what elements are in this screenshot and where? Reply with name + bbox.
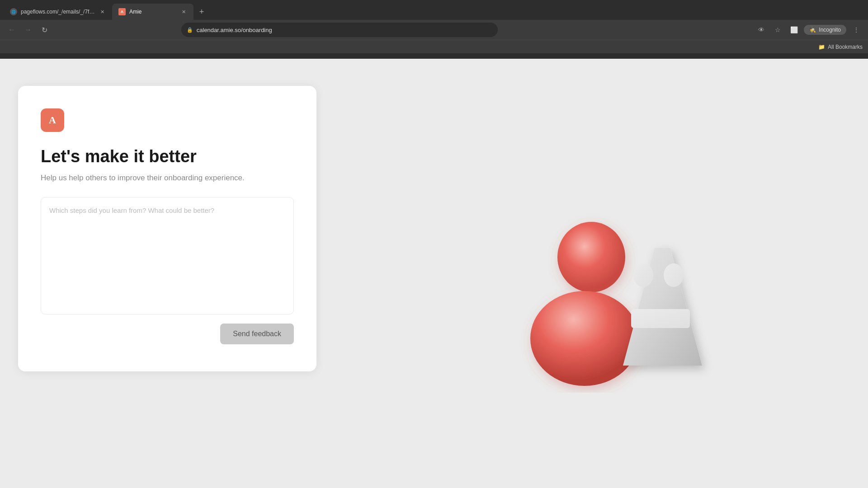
reload-button[interactable]: ↻ <box>38 23 51 36</box>
bookmarks-link[interactable]: 📁 All Bookmarks <box>818 44 863 50</box>
tab-amie[interactable]: A Amie ✕ <box>112 4 193 20</box>
right-panel <box>335 59 868 488</box>
bookmarks-bar: 📁 All Bookmarks <box>0 40 868 53</box>
menu-icon[interactable]: ⋮ <box>850 23 863 36</box>
lock-icon: 🔒 <box>187 27 193 33</box>
tab-pageflows-title: pageflows.com/_/emails/_/7fb5... <box>21 9 95 15</box>
illustration <box>514 176 731 393</box>
bookmark-star-icon[interactable]: ☆ <box>771 23 784 36</box>
amie-logo: A <box>41 108 64 132</box>
pageflows-favicon: 🌐 <box>10 8 17 15</box>
amie-favicon: A <box>118 8 126 15</box>
forward-button[interactable]: → <box>22 23 34 36</box>
tab-amie-title: Amie <box>129 9 176 15</box>
browser-chrome: 🌐 pageflows.com/_/emails/_/7fb5... ✕ A A… <box>0 0 868 59</box>
tab-pageflows[interactable]: 🌐 pageflows.com/_/emails/_/7fb5... ✕ <box>4 4 112 20</box>
svg-point-4 <box>664 263 684 287</box>
svg-point-0 <box>557 222 625 292</box>
toolbar-right: 👁 ☆ ⬜ 🕵 Incognito ⋮ <box>755 23 863 36</box>
new-tab-button[interactable]: + <box>195 5 208 18</box>
incognito-label: Incognito <box>819 27 841 33</box>
tab-amie-close[interactable]: ✕ <box>180 8 187 15</box>
page-content: A Let's make it better Help us help othe… <box>0 59 868 488</box>
address-text: calendar.amie.so/onboarding <box>197 27 492 33</box>
split-screen-icon[interactable]: ⬜ <box>788 23 800 36</box>
address-bar[interactable]: 🔒 calendar.amie.so/onboarding <box>181 23 498 37</box>
page-subtitle: Help us help others to improve their onb… <box>41 174 294 183</box>
svg-rect-2 <box>631 309 690 328</box>
feedback-card: A Let's make it better Help us help othe… <box>18 86 316 371</box>
toolbar: ← → ↻ 🔒 calendar.amie.so/onboarding 👁 ☆ … <box>0 20 868 40</box>
incognito-icon: 🕵 <box>809 27 816 33</box>
tab-bar: 🌐 pageflows.com/_/emails/_/7fb5... ✕ A A… <box>0 0 868 20</box>
svg-point-1 <box>530 291 639 386</box>
send-feedback-button[interactable]: Send feedback <box>220 324 294 344</box>
bookmarks-folder-icon: 📁 <box>818 44 825 50</box>
left-panel: A Let's make it better Help us help othe… <box>0 59 335 488</box>
page-title: Let's make it better <box>41 146 294 167</box>
bookmarks-label: All Bookmarks <box>828 44 863 50</box>
tab-pageflows-close[interactable]: ✕ <box>99 8 106 15</box>
back-button[interactable]: ← <box>5 23 18 36</box>
feedback-textarea[interactable] <box>41 197 294 314</box>
feedback-actions: Send feedback <box>41 324 294 344</box>
incognito-badge[interactable]: 🕵 Incognito <box>804 25 846 35</box>
eye-slash-icon[interactable]: 👁 <box>755 23 768 36</box>
svg-point-3 <box>633 263 653 287</box>
